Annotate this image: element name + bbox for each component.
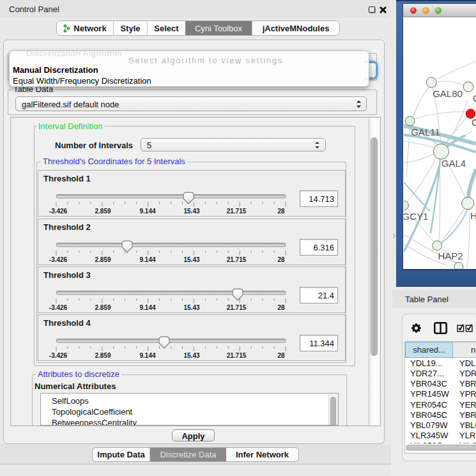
svg-text:C: C [472, 117, 476, 128]
svg-text:GAL11: GAL11 [411, 127, 440, 137]
svg-text:GAL4: GAL4 [441, 158, 466, 169]
svg-text:GA: GA [473, 93, 476, 104]
svg-text:H: H [470, 210, 476, 221]
svg-text:GAL80: GAL80 [433, 88, 463, 99]
svg-text:HAP2: HAP2 [438, 250, 463, 261]
svg-text:GCY1: GCY1 [404, 211, 428, 222]
